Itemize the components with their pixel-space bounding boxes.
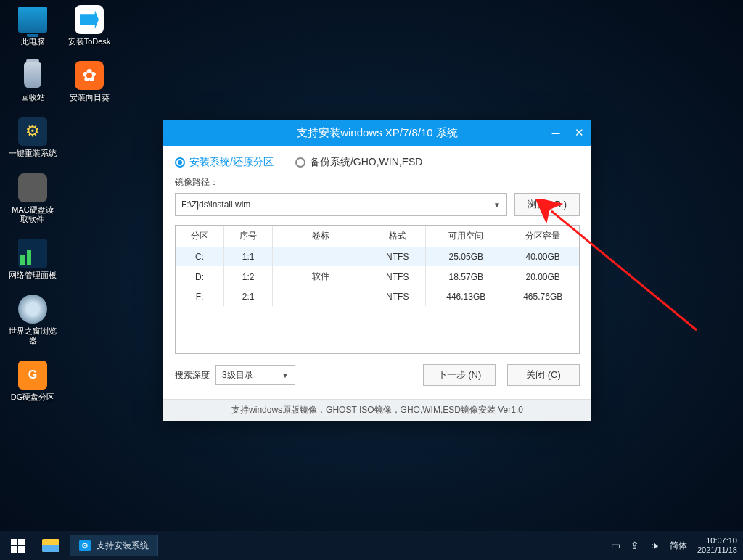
window-controls: ─ ✕ — [548, 120, 587, 146]
cell-vol: 软件 — [272, 266, 369, 287]
sunflower-icon — [73, 59, 105, 91]
mode-radio-group: 安装系统/还原分区 备份系统/GHO,WIN,ESD — [175, 156, 580, 169]
dg-icon: G — [17, 359, 49, 391]
desktop-icon-label: 安装ToDesk — [68, 37, 111, 46]
cell-drive: F: — [176, 287, 224, 306]
cell-vol — [272, 247, 369, 267]
search-depth-label: 搜索深度 — [175, 369, 210, 382]
window-title: 支持安装windows XP/7/8/10 系统 — [297, 126, 458, 140]
cell-drive: C: — [176, 247, 224, 267]
cell-size: 20.00GB — [506, 266, 579, 287]
col-header[interactable]: 分区容量 — [506, 226, 579, 247]
col-header[interactable]: 格式 — [369, 226, 426, 247]
desktop-icon-pc[interactable]: 此电脑 — [7, 4, 58, 46]
action-buttons: 下一步 (N) 关闭 (C) — [423, 364, 580, 386]
desktop-icon-reinstall[interactable]: 一键重装系统 — [7, 115, 58, 158]
desktop-col-1: 此电脑回收站一键重装系统MAC硬盘读 取软件网络管理面板世界之窗浏览 器GDG硬… — [7, 4, 58, 402]
table-row[interactable]: D:1:2软件NTFS18.57GB20.00GB — [176, 266, 579, 287]
clock-date: 2021/11/18 — [697, 545, 737, 555]
desktop-icon-browser[interactable]: 世界之窗浏览 器 — [7, 293, 58, 345]
cell-free: 25.05GB — [426, 247, 506, 267]
desktop-icon-label: 安装向日葵 — [70, 93, 110, 102]
search-depth-group: 搜索深度 3级目录 ▼ — [175, 365, 295, 385]
cell-size: 465.76GB — [506, 287, 579, 306]
todesk-icon — [73, 4, 105, 36]
cell-free: 18.57GB — [426, 266, 506, 287]
taskbar-file-explorer[interactable] — [35, 531, 67, 560]
browser-icon — [17, 293, 49, 325]
radio-install-restore[interactable]: 安装系统/还原分区 — [175, 156, 274, 169]
col-header[interactable]: 序号 — [224, 226, 273, 247]
action-center-icon[interactable]: ▭ — [611, 540, 620, 551]
usb-icon[interactable]: ⇪ — [631, 540, 639, 551]
image-path-row: F:\Zjds\install.wim ▼ 浏览 ( B ) — [175, 193, 580, 216]
mac-icon — [17, 172, 49, 204]
taskbar-clock[interactable]: 10:07:10 2021/11/18 — [697, 536, 737, 555]
minimize-button[interactable]: ─ — [548, 125, 564, 141]
partition-table-header: 分区序号卷标格式可用空间分区容量 — [176, 226, 579, 247]
close-window-button[interactable]: ✕ — [571, 125, 587, 141]
bottom-controls: 搜索深度 3级目录 ▼ 下一步 (N) 关闭 (C) — [175, 364, 580, 386]
radio-install-label: 安装系统/还原分区 — [189, 156, 274, 169]
search-depth-select[interactable]: 3级目录 ▼ — [215, 365, 295, 385]
cell-fs: NTFS — [369, 247, 426, 267]
windows-logo-icon — [11, 539, 25, 553]
desktop-icon-label: 此电脑 — [21, 37, 45, 46]
partition-table: 分区序号卷标格式可用空间分区容量 C:1:1NTFS25.05GB40.00GB… — [175, 225, 580, 354]
cell-fs: NTFS — [369, 287, 426, 306]
radio-backup[interactable]: 备份系统/GHO,WIN,ESD — [295, 156, 423, 169]
desktop-icon-mac[interactable]: MAC硬盘读 取软件 — [7, 172, 58, 224]
partition-table-body: C:1:1NTFS25.05GB40.00GBD:1:2软件NTFS18.57G… — [176, 247, 579, 307]
folder-icon — [42, 539, 59, 552]
table-row[interactable]: F:2:1NTFS446.13GB465.76GB — [176, 287, 579, 306]
footer-bar: 支持windows原版镜像，GHOST ISO镜像，GHO,WIM,ESD镜像安… — [163, 399, 591, 421]
desktop-icon-label: 回收站 — [21, 93, 45, 102]
desktop-icon-sunflower[interactable]: 安装向日葵 — [64, 59, 115, 102]
dropdown-caret-icon: ▼ — [282, 371, 289, 379]
taskbar-task-installer[interactable]: 支持安装系统 — [70, 535, 158, 556]
col-header[interactable]: 卷标 — [272, 226, 369, 247]
window-content: 安装系统/还原分区 备份系统/GHO,WIN,ESD 镜像路径： F:\Zjds… — [163, 146, 591, 399]
browse-button[interactable]: 浏览 ( B ) — [514, 193, 580, 216]
ime-indicator[interactable]: 简体 — [670, 540, 687, 552]
start-button[interactable] — [0, 531, 35, 560]
volume-icon[interactable]: 🕩 — [649, 540, 660, 551]
titlebar[interactable]: 支持安装windows XP/7/8/10 系统 ─ ✕ — [163, 120, 591, 146]
desktop-icon-label: 一键重装系统 — [9, 149, 57, 158]
desktop-icon-label: 世界之窗浏览 器 — [9, 326, 57, 345]
clock-time: 10:07:10 — [706, 536, 737, 545]
desktop-icon-label: MAC硬盘读 取软件 — [12, 205, 53, 224]
cell-idx: 1:1 — [224, 247, 273, 267]
table-row[interactable]: C:1:1NTFS25.05GB40.00GB — [176, 247, 579, 267]
image-path-value: F:\Zjds\install.wim — [181, 199, 250, 210]
dropdown-caret-icon: ▼ — [493, 201, 501, 209]
close-button[interactable]: 关闭 (C) — [507, 364, 580, 386]
footer-text: 支持windows原版镜像，GHOST ISO镜像，GHO,WIM,ESD镜像安… — [231, 404, 523, 416]
col-header[interactable]: 可用空间 — [426, 226, 506, 247]
image-path-combobox[interactable]: F:\Zjds\install.wim ▼ — [175, 193, 507, 216]
net-icon — [17, 237, 49, 269]
desktop-icon-net[interactable]: 网络管理面板 — [7, 237, 58, 280]
cell-free: 446.13GB — [426, 287, 506, 306]
radio-backup-label: 备份系统/GHO,WIN,ESD — [310, 156, 423, 169]
cell-drive: D: — [176, 266, 224, 287]
desktop-icon-label: DG硬盘分区 — [11, 392, 55, 402]
desktop-icon-todesk[interactable]: 安装ToDesk — [64, 4, 115, 46]
taskbar-task-label: 支持安装系统 — [97, 540, 149, 552]
cell-size: 40.00GB — [506, 247, 579, 267]
system-tray: ▭ ⇪ 🕩 简体 10:07:10 2021/11/18 — [611, 536, 743, 555]
installer-window: 支持安装windows XP/7/8/10 系统 ─ ✕ 安装系统/还原分区 备… — [163, 120, 591, 421]
desktop-icon-label: 网络管理面板 — [9, 271, 57, 280]
pc-icon — [17, 4, 49, 36]
taskbar: 支持安装系统 ▭ ⇪ 🕩 简体 10:07:10 2021/11/18 — [0, 531, 743, 560]
desktop-col-2: 安装ToDesk安装向日葵 — [64, 4, 115, 102]
col-header[interactable]: 分区 — [176, 226, 224, 247]
cell-fs: NTFS — [369, 266, 426, 287]
radio-checked-icon — [175, 157, 185, 168]
search-depth-value: 3级目录 — [222, 369, 253, 382]
recycle-icon — [17, 59, 49, 91]
next-button[interactable]: 下一步 (N) — [423, 364, 496, 386]
cell-vol — [272, 287, 369, 306]
desktop-icon-recycle[interactable]: 回收站 — [7, 59, 58, 102]
desktop-icon-dg[interactable]: GDG硬盘分区 — [7, 359, 58, 402]
